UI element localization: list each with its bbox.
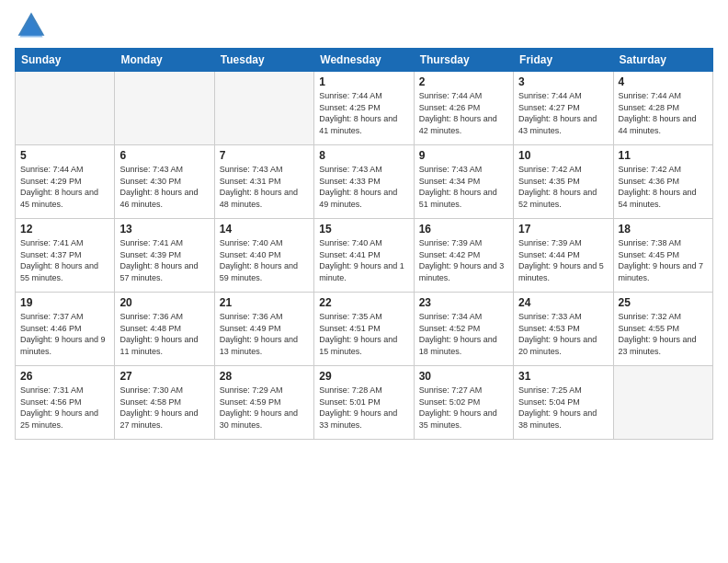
day-number: 20	[119, 296, 209, 309]
calendar-table: SundayMondayTuesdayWednesdayThursdayFrid…	[15, 48, 713, 440]
weekday-header-thursday: Thursday	[414, 49, 513, 72]
calendar-cell: 9Sunrise: 7:43 AM Sunset: 4:34 PM Daylig…	[414, 145, 513, 219]
calendar-cell: 28Sunrise: 7:29 AM Sunset: 4:59 PM Dayli…	[214, 366, 313, 440]
calendar-cell: 5Sunrise: 7:44 AM Sunset: 4:29 PM Daylig…	[16, 145, 115, 219]
day-info: Sunrise: 7:29 AM Sunset: 4:59 PM Dayligh…	[220, 385, 309, 431]
calendar-cell: 10Sunrise: 7:42 AM Sunset: 4:35 PM Dayli…	[514, 145, 613, 219]
day-number: 9	[419, 149, 508, 162]
day-info: Sunrise: 7:42 AM Sunset: 4:35 PM Dayligh…	[518, 164, 608, 210]
calendar-cell: 3Sunrise: 7:44 AM Sunset: 4:27 PM Daylig…	[514, 72, 613, 145]
calendar-cell: 19Sunrise: 7:37 AM Sunset: 4:46 PM Dayli…	[16, 293, 115, 366]
weekday-header-saturday: Saturday	[613, 49, 712, 72]
day-info: Sunrise: 7:28 AM Sunset: 5:01 PM Dayligh…	[319, 385, 408, 431]
day-number: 10	[518, 149, 608, 162]
day-number: 2	[419, 75, 508, 88]
week-row-5: 26Sunrise: 7:31 AM Sunset: 4:56 PM Dayli…	[16, 366, 713, 440]
day-info: Sunrise: 7:43 AM Sunset: 4:31 PM Dayligh…	[220, 164, 309, 210]
day-info: Sunrise: 7:44 AM Sunset: 4:26 PM Dayligh…	[419, 90, 508, 136]
day-number: 13	[119, 223, 209, 236]
calendar-cell: 26Sunrise: 7:31 AM Sunset: 4:56 PM Dayli…	[16, 366, 115, 440]
day-info: Sunrise: 7:36 AM Sunset: 4:48 PM Dayligh…	[119, 311, 209, 357]
day-info: Sunrise: 7:25 AM Sunset: 5:04 PM Dayligh…	[518, 385, 608, 431]
day-info: Sunrise: 7:27 AM Sunset: 5:02 PM Dayligh…	[419, 385, 508, 431]
weekday-header-sunday: Sunday	[16, 49, 115, 72]
calendar-cell: 27Sunrise: 7:30 AM Sunset: 4:58 PM Dayli…	[115, 366, 214, 440]
week-row-3: 12Sunrise: 7:41 AM Sunset: 4:37 PM Dayli…	[16, 219, 713, 293]
day-number: 5	[20, 149, 109, 162]
day-info: Sunrise: 7:38 AM Sunset: 4:45 PM Dayligh…	[619, 237, 708, 283]
calendar-cell: 1Sunrise: 7:44 AM Sunset: 4:25 PM Daylig…	[314, 72, 414, 145]
day-info: Sunrise: 7:42 AM Sunset: 4:36 PM Dayligh…	[619, 164, 708, 210]
weekday-header-row: SundayMondayTuesdayWednesdayThursdayFrid…	[16, 49, 713, 72]
calendar-cell: 31Sunrise: 7:25 AM Sunset: 5:04 PM Dayli…	[514, 366, 613, 440]
calendar-cell: 2Sunrise: 7:44 AM Sunset: 4:26 PM Daylig…	[414, 72, 513, 145]
day-info: Sunrise: 7:39 AM Sunset: 4:42 PM Dayligh…	[419, 237, 508, 283]
day-number: 17	[518, 223, 608, 236]
calendar-cell: 23Sunrise: 7:34 AM Sunset: 4:52 PM Dayli…	[414, 293, 513, 366]
day-number: 27	[119, 370, 209, 383]
calendar-cell: 24Sunrise: 7:33 AM Sunset: 4:53 PM Dayli…	[514, 293, 613, 366]
day-info: Sunrise: 7:43 AM Sunset: 4:33 PM Dayligh…	[319, 164, 408, 210]
day-number: 30	[419, 370, 508, 383]
calendar-cell	[214, 72, 313, 145]
day-info: Sunrise: 7:40 AM Sunset: 4:40 PM Dayligh…	[220, 237, 309, 283]
day-number: 31	[518, 370, 608, 383]
day-info: Sunrise: 7:30 AM Sunset: 4:58 PM Dayligh…	[119, 385, 209, 431]
calendar-cell	[613, 366, 712, 440]
day-number: 22	[319, 296, 408, 309]
day-info: Sunrise: 7:41 AM Sunset: 4:39 PM Dayligh…	[119, 237, 209, 283]
day-number: 8	[319, 149, 408, 162]
weekday-header-monday: Monday	[115, 49, 214, 72]
calendar-cell: 20Sunrise: 7:36 AM Sunset: 4:48 PM Dayli…	[115, 293, 214, 366]
day-number: 3	[518, 75, 608, 88]
day-info: Sunrise: 7:35 AM Sunset: 4:51 PM Dayligh…	[319, 311, 408, 357]
day-number: 23	[419, 296, 508, 309]
calendar-cell: 18Sunrise: 7:38 AM Sunset: 4:45 PM Dayli…	[613, 219, 712, 293]
calendar-cell	[115, 72, 214, 145]
day-info: Sunrise: 7:33 AM Sunset: 4:53 PM Dayligh…	[518, 311, 608, 357]
week-row-4: 19Sunrise: 7:37 AM Sunset: 4:46 PM Dayli…	[16, 293, 713, 366]
calendar-cell: 25Sunrise: 7:32 AM Sunset: 4:55 PM Dayli…	[613, 293, 712, 366]
weekday-header-friday: Friday	[514, 49, 613, 72]
day-info: Sunrise: 7:31 AM Sunset: 4:56 PM Dayligh…	[20, 385, 109, 431]
calendar-cell: 16Sunrise: 7:39 AM Sunset: 4:42 PM Dayli…	[414, 219, 513, 293]
day-number: 25	[619, 296, 708, 309]
day-number: 29	[319, 370, 408, 383]
header	[15, 9, 713, 42]
calendar-cell: 22Sunrise: 7:35 AM Sunset: 4:51 PM Dayli…	[314, 293, 414, 366]
calendar-cell: 6Sunrise: 7:43 AM Sunset: 4:30 PM Daylig…	[115, 145, 214, 219]
day-info: Sunrise: 7:36 AM Sunset: 4:49 PM Dayligh…	[220, 311, 309, 357]
weekday-header-tuesday: Tuesday	[214, 49, 313, 72]
calendar-cell: 14Sunrise: 7:40 AM Sunset: 4:40 PM Dayli…	[214, 219, 313, 293]
day-number: 4	[619, 75, 708, 88]
day-info: Sunrise: 7:44 AM Sunset: 4:27 PM Dayligh…	[518, 90, 608, 136]
day-info: Sunrise: 7:44 AM Sunset: 4:28 PM Dayligh…	[619, 90, 708, 136]
day-number: 15	[319, 223, 408, 236]
calendar-cell: 30Sunrise: 7:27 AM Sunset: 5:02 PM Dayli…	[414, 366, 513, 440]
calendar-cell: 13Sunrise: 7:41 AM Sunset: 4:39 PM Dayli…	[115, 219, 214, 293]
calendar-cell: 8Sunrise: 7:43 AM Sunset: 4:33 PM Daylig…	[314, 145, 414, 219]
day-info: Sunrise: 7:40 AM Sunset: 4:41 PM Dayligh…	[319, 237, 408, 283]
day-number: 12	[20, 223, 109, 236]
day-info: Sunrise: 7:44 AM Sunset: 4:25 PM Dayligh…	[319, 90, 408, 136]
page: SundayMondayTuesdayWednesdayThursdayFrid…	[0, 0, 728, 563]
day-number: 7	[220, 149, 309, 162]
calendar-cell: 21Sunrise: 7:36 AM Sunset: 4:49 PM Dayli…	[214, 293, 313, 366]
calendar-cell	[16, 72, 115, 145]
day-info: Sunrise: 7:44 AM Sunset: 4:29 PM Dayligh…	[20, 164, 109, 210]
day-info: Sunrise: 7:34 AM Sunset: 4:52 PM Dayligh…	[419, 311, 508, 357]
calendar-cell: 17Sunrise: 7:39 AM Sunset: 4:44 PM Dayli…	[514, 219, 613, 293]
logo-icon	[15, 9, 48, 42]
day-info: Sunrise: 7:37 AM Sunset: 4:46 PM Dayligh…	[20, 311, 109, 357]
day-number: 16	[419, 223, 508, 236]
day-number: 6	[119, 149, 209, 162]
day-number: 11	[619, 149, 708, 162]
day-number: 19	[20, 296, 109, 309]
day-info: Sunrise: 7:39 AM Sunset: 4:44 PM Dayligh…	[518, 237, 608, 283]
day-number: 26	[20, 370, 109, 383]
week-row-2: 5Sunrise: 7:44 AM Sunset: 4:29 PM Daylig…	[16, 145, 713, 219]
calendar-cell: 29Sunrise: 7:28 AM Sunset: 5:01 PM Dayli…	[314, 366, 414, 440]
calendar-cell: 12Sunrise: 7:41 AM Sunset: 4:37 PM Dayli…	[16, 219, 115, 293]
calendar-cell: 4Sunrise: 7:44 AM Sunset: 4:28 PM Daylig…	[613, 72, 712, 145]
day-number: 28	[220, 370, 309, 383]
